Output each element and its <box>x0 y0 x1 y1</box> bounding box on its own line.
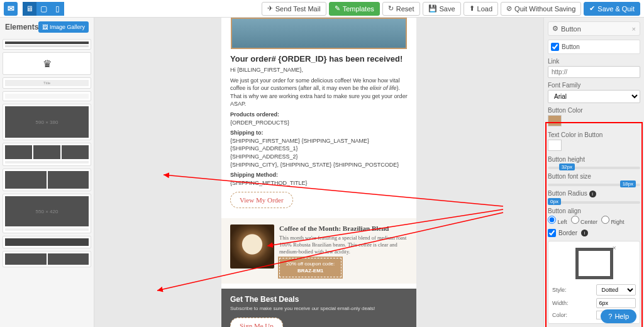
top-toolbar: ✉ 🖥 ▢ ▯ ✈ Send Test Mail ✎ Templates ↻ R… <box>0 0 644 18</box>
hero-image <box>231 18 407 49</box>
image-gallery-button[interactable]: 🖼 Image Gallery <box>38 21 89 33</box>
button-color-label: Button Color <box>548 107 640 114</box>
gear-icon: ⚙ <box>552 25 558 33</box>
tablet-icon[interactable]: ▢ <box>36 2 50 16</box>
properties-panel: ⚙ Button × Button Link Font Family Arial… <box>543 18 644 327</box>
align-radios[interactable]: Left Center Right <box>548 216 640 225</box>
element-thumb[interactable]: ♛ <box>3 52 91 75</box>
load-button[interactable]: ⬆ Load <box>464 2 498 16</box>
mobile-icon[interactable]: ▯ <box>50 2 64 16</box>
element-thumb[interactable]: Title <box>3 77 91 89</box>
element-thumb[interactable] <box>3 251 91 267</box>
products: Products ordered:{ORDER_PRODUCTS} <box>230 111 408 126</box>
button-toggle[interactable]: Button <box>548 40 640 54</box>
send-test-button[interactable]: ✈ Send Test Mail <box>262 2 326 16</box>
text-color-label: Text Color in Button <box>548 131 640 138</box>
element-thumb[interactable] <box>3 91 91 101</box>
align-label: Button align <box>548 208 640 214</box>
border-style-label: Style: <box>552 287 592 293</box>
save-quit-button[interactable]: ✔ Save & Quit <box>584 2 640 16</box>
border-toggle[interactable]: Border i <box>548 229 640 237</box>
radius-slider[interactable]: 0px <box>548 201 640 204</box>
help-button[interactable]: ? Help <box>601 309 636 323</box>
app-logo-icon: ✉ <box>4 2 18 16</box>
border-width-input[interactable] <box>596 298 636 308</box>
element-thumb[interactable] <box>3 39 91 50</box>
reset-button[interactable]: ↻ Reset <box>382 2 420 16</box>
coupon-button[interactable]: 20% off coupon code:BRAZ-EM1 <box>279 258 341 277</box>
panel-header: ⚙ Button × <box>548 21 640 36</box>
shipping-method: Shipping Method:{SHIPPING_METHOD_TITLE} <box>230 171 408 187</box>
element-thumb[interactable] <box>3 143 91 166</box>
font-select[interactable]: Arial <box>548 90 640 103</box>
link-label: Link <box>548 58 640 65</box>
feature-block: Coffee of the Month: Brazilian Blend Thi… <box>221 218 416 284</box>
text-color-swatch[interactable] <box>548 140 562 151</box>
deals-title: Get The Best Deals <box>230 295 408 304</box>
shipping-to: Shipping to:{SHIPPING_FIRST_NAME} {SHIPP… <box>230 129 408 169</box>
fontsize-label: Button font size <box>548 173 640 180</box>
border-style-select[interactable]: Dotted <box>596 284 636 296</box>
link-input[interactable] <box>548 66 640 78</box>
font-label: Font Family <box>548 82 640 89</box>
desktop-icon[interactable]: 🖥 <box>23 2 36 16</box>
radius-label: Button Radius i <box>548 190 640 197</box>
element-thumb[interactable] <box>3 169 91 191</box>
view-order-button[interactable]: View My Order <box>230 192 293 208</box>
greeting: Hi {BILLING_FIRST_NAME}, <box>230 66 408 74</box>
height-slider[interactable]: 32px <box>548 167 640 169</box>
button-color-swatch[interactable] <box>548 115 562 126</box>
border-width-label: Width: <box>552 300 592 306</box>
feature-body: This month we're featuring a special ble… <box>279 235 408 255</box>
save-button[interactable]: 💾 Save <box>423 2 461 16</box>
fontsize-slider[interactable]: 18px <box>548 184 640 186</box>
device-preview-group: 🖥 ▢ ▯ <box>23 2 64 16</box>
intro-text: We just got your order for some deliciou… <box>230 77 408 108</box>
sidebar-title: Elements <box>5 23 38 31</box>
element-thumb[interactable]: 590 × 380 <box>3 104 91 140</box>
order-heading: Your order# {ORDER_ID} has been received… <box>230 54 408 64</box>
templates-button[interactable]: ✎ Templates <box>329 2 380 16</box>
element-thumb[interactable]: 550 × 420 <box>3 194 91 233</box>
border-preview[interactable] <box>575 248 613 279</box>
feature-title: Coffee of the Month: Brazilian Blend <box>279 224 408 232</box>
element-thumb[interactable] <box>3 236 91 248</box>
panel-title: Button <box>561 25 581 33</box>
signup-button[interactable]: Sign Me Up <box>230 318 283 327</box>
coffee-image <box>230 224 274 269</box>
close-icon[interactable]: × <box>632 25 636 33</box>
quit-button[interactable]: ⊘ Quit Without Saving <box>501 2 581 16</box>
email-body: Your order# {ORDER_ID} has been received… <box>221 18 416 327</box>
deals-block: Get The Best Deals Subscribe to make sur… <box>221 289 416 327</box>
elements-sidebar: Elements 🖼 Image Gallery ♛ Title 590 × 3… <box>0 18 94 327</box>
height-label: Button height <box>548 156 640 163</box>
email-canvas[interactable]: Your order# {ORDER_ID} has been received… <box>94 18 543 327</box>
border-color-label: Color: <box>552 312 592 318</box>
deals-sub: Subscribe to make sure you receive our s… <box>230 306 408 311</box>
